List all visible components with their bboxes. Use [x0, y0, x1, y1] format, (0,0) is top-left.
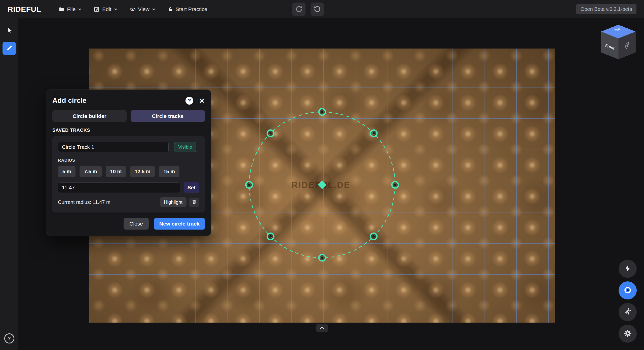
pencil-icon — [6, 45, 13, 52]
radius-preset-12-5m[interactable]: 12.5 m — [130, 166, 155, 177]
radius-value-input[interactable] — [58, 182, 180, 193]
menu-edit-label: Edit — [102, 6, 111, 12]
circle-handle-dot — [321, 111, 323, 113]
radius-input-row: Set — [58, 182, 199, 193]
main-menu: File Edit View — [54, 4, 211, 15]
menu-file[interactable]: File — [54, 4, 86, 15]
help-button[interactable]: ? — [4, 333, 14, 343]
circle-handle-dot — [394, 184, 396, 186]
highlight-button[interactable]: Highlight — [160, 197, 186, 207]
tool-sidebar: ? — [0, 18, 18, 350]
start-practice-button[interactable]: Start Practice — [163, 4, 211, 15]
edit-pencil-icon — [93, 6, 100, 13]
record-mode-button[interactable] — [619, 281, 637, 299]
fab-stack — [619, 260, 637, 343]
runner-icon — [623, 308, 632, 317]
menu-edit[interactable]: Edit — [89, 4, 122, 15]
trash-icon — [192, 199, 197, 205]
radius-preset-5m[interactable]: 5 m — [58, 166, 75, 177]
radius-presets: 5 m 7.5 m 10 m 12.5 m 15 m — [58, 166, 199, 177]
chevron-down-icon — [114, 7, 118, 11]
circle-center-handle[interactable] — [318, 181, 326, 189]
circle-handle-dot — [373, 132, 375, 134]
track-card: Visible RADIUS 5 m 7.5 m 10 m 12.5 m 15 … — [52, 136, 205, 212]
expand-panel-button[interactable] — [316, 324, 328, 332]
modal-title: Add circle — [52, 97, 86, 105]
redo-icon — [295, 5, 303, 13]
draw-tool-button[interactable] — [3, 42, 16, 55]
question-mark-icon: ? — [8, 335, 11, 341]
modal-tabs: Circle builder Circle tracks — [52, 110, 205, 122]
start-practice-label: Start Practice — [176, 6, 207, 12]
modal-help-button[interactable]: ? — [185, 97, 193, 105]
close-modal-button[interactable]: Close — [124, 218, 149, 230]
radius-preset-15m[interactable]: 15 m — [159, 166, 179, 177]
delete-track-button[interactable] — [189, 198, 199, 207]
current-radius-row: Current radius: 11.47 m Highlight — [58, 197, 199, 207]
menu-view[interactable]: View — [125, 4, 160, 15]
question-mark-icon: ? — [188, 98, 191, 104]
circle-handle-dot — [321, 257, 323, 259]
add-circle-modal: Add circle ? × Circle builder Circle tra… — [46, 90, 211, 236]
chevron-down-icon — [78, 7, 82, 11]
record-icon — [623, 286, 632, 295]
current-radius-text: Current radius: 11.47 m — [58, 199, 110, 205]
app-root: RIDEFUL File Edit — [0, 0, 644, 350]
circle-handle-dot — [373, 235, 375, 237]
eye-icon — [129, 6, 136, 13]
track-name-row: Visible — [58, 142, 199, 152]
undo-button[interactable] — [311, 3, 324, 16]
app-logo: RIDEFUL — [8, 5, 41, 14]
modal-header-icons: ? × — [185, 96, 205, 105]
redo-button[interactable] — [292, 3, 306, 16]
quick-actions-button[interactable] — [619, 260, 637, 278]
menu-view-label: View — [138, 6, 149, 12]
modal-close-button[interactable]: × — [199, 96, 205, 105]
beta-version-badge: Open Beta v.0.2.1-beta — [576, 4, 636, 14]
tab-circle-builder[interactable]: Circle builder — [52, 110, 127, 122]
undo-icon — [314, 5, 321, 13]
chevron-down-icon — [152, 7, 156, 11]
modal-footer: Close New circle track — [52, 218, 205, 230]
visibility-toggle-button[interactable]: Visible — [174, 142, 196, 152]
radius-section-label: RADIUS — [58, 158, 199, 163]
circle-handle-dot — [270, 132, 272, 134]
lightning-icon — [623, 264, 632, 274]
folder-icon — [58, 6, 65, 13]
practice-runner-button[interactable] — [619, 303, 637, 321]
saved-tracks-label: SAVED TRACKS — [52, 128, 205, 133]
radius-preset-7-5m[interactable]: 7.5 m — [80, 166, 101, 177]
orientation-cube[interactable]: Top Front Side — [599, 24, 637, 62]
gear-icon — [623, 329, 632, 338]
settings-button[interactable] — [619, 325, 637, 343]
circle-handle-dot — [248, 184, 250, 186]
modal-header: Add circle ? × — [52, 96, 205, 105]
tab-circle-tracks[interactable]: Circle tracks — [131, 110, 205, 122]
close-icon: × — [199, 96, 204, 105]
radius-preset-10m[interactable]: 10 m — [106, 166, 126, 177]
new-circle-track-button[interactable]: New circle track — [154, 218, 205, 230]
cursor-arrow-icon — [6, 27, 13, 34]
lock-icon — [167, 6, 173, 12]
select-tool-button[interactable] — [3, 24, 16, 37]
top-bar: RIDEFUL File Edit — [0, 0, 644, 18]
track-name-input[interactable] — [58, 142, 169, 152]
circle-handle-dot — [270, 235, 272, 237]
menu-file-label: File — [67, 6, 76, 12]
chevron-up-icon — [319, 325, 325, 332]
set-radius-button[interactable]: Set — [184, 182, 199, 193]
history-controls — [292, 3, 324, 16]
